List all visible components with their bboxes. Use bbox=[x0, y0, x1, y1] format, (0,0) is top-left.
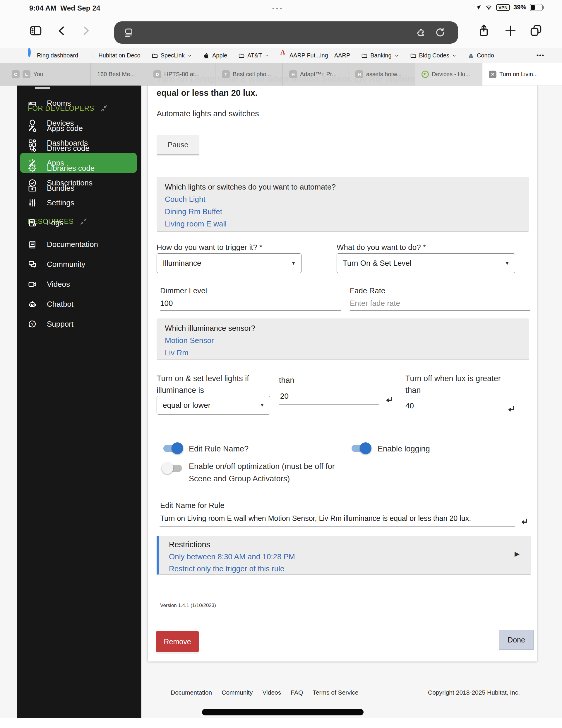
bookmark-aarp-fut-ing-aarp[interactable]: AAARP Fut...ing – AARP bbox=[281, 52, 350, 59]
tab-label: You bbox=[33, 71, 43, 78]
tab-160-best-me[interactable]: 160 Best Me... bbox=[91, 63, 147, 86]
restrictions-box[interactable]: Restrictions Only between 8:30 AM and 10… bbox=[157, 536, 531, 575]
tab-hpts-80-at[interactable]: DHPTS-80 at... bbox=[147, 63, 216, 86]
bookmark-bldg-codes[interactable]: Bldg Codes bbox=[410, 52, 457, 59]
condo-icon bbox=[468, 52, 474, 59]
bookmark-label: Banking bbox=[370, 52, 391, 59]
sidebar-item-chatbot[interactable]: Chatbot bbox=[17, 294, 141, 314]
optimization-toggle[interactable] bbox=[161, 463, 184, 473]
pause-button[interactable]: Pause bbox=[157, 135, 199, 155]
optimization-toggle-label-line2: Scene and Group Activators) bbox=[189, 474, 290, 483]
new-tab-plus-icon[interactable] bbox=[504, 24, 517, 37]
extensions-puzzle-icon[interactable] bbox=[415, 27, 426, 38]
tab-you[interactable]: CLYou bbox=[0, 63, 91, 86]
tab-best-cell-pho[interactable]: TBest cell pho... bbox=[216, 63, 283, 86]
restriction-link-only-between-8-30-am-and-10-28[interactable]: Only between 8:30 AM and 10:28 PM bbox=[169, 552, 522, 561]
sidebar-item-rooms[interactable]: Rooms bbox=[17, 93, 141, 113]
tab-letter-badge: C bbox=[12, 70, 20, 78]
sidebar-toggle-icon[interactable] bbox=[29, 24, 42, 37]
forward-button-icon[interactable] bbox=[80, 25, 91, 37]
device-link-couch-light[interactable]: Couch Light bbox=[165, 195, 521, 204]
tab-letter-badge: D bbox=[153, 70, 161, 78]
chevron-down-icon bbox=[187, 53, 192, 58]
close-icon[interactable]: ✕ bbox=[489, 71, 496, 78]
log-icon: i bbox=[28, 218, 37, 227]
bookmark-speclink[interactable]: SpecLink bbox=[152, 52, 192, 59]
back-button-icon[interactable] bbox=[56, 25, 68, 37]
enable-logging-toggle[interactable] bbox=[349, 443, 372, 453]
sidebar: RoomsDevicesDashboardsAppsSubscriptionsS… bbox=[17, 86, 141, 718]
expand-arrow-icon[interactable]: ▶ bbox=[515, 550, 520, 558]
bookmark-label: Condo bbox=[477, 52, 494, 59]
ring-icon bbox=[28, 52, 34, 59]
robot-icon bbox=[28, 300, 37, 309]
footer-link-community[interactable]: Community bbox=[222, 689, 253, 696]
off-label-line2: than bbox=[405, 386, 421, 395]
page-format-icon[interactable] bbox=[124, 27, 134, 38]
battery-percent: 39% bbox=[513, 4, 526, 11]
sidebar-item-libraries-code[interactable]: </>Libraries code bbox=[17, 158, 141, 178]
tab-letter-badge: L bbox=[23, 70, 30, 78]
sidebar-item-community[interactable]: Community bbox=[17, 254, 141, 274]
bookmark-label: Apple bbox=[212, 52, 227, 59]
chevron-down-icon: ▼ bbox=[291, 260, 296, 266]
device-link-liv-rm[interactable]: Liv Rm bbox=[165, 348, 521, 357]
svg-text:i: i bbox=[34, 224, 35, 226]
sidebar-item-drivers-code[interactable]: Drivers code bbox=[17, 138, 141, 158]
tab-overview-icon[interactable] bbox=[529, 24, 543, 37]
sidebar-item-documentation[interactable]: Documentation bbox=[17, 234, 141, 254]
share-icon[interactable] bbox=[477, 23, 491, 38]
device-link-motion-sensor[interactable]: Motion Sensor bbox=[165, 336, 521, 345]
bookmarks-overflow-button[interactable]: ••• bbox=[537, 52, 544, 59]
reload-icon[interactable] bbox=[435, 27, 445, 38]
tab-assets-hotw[interactable]: Hassets.hotw... bbox=[349, 63, 415, 86]
remove-button[interactable]: Remove bbox=[156, 631, 199, 652]
edit-rule-name-toggle[interactable] bbox=[161, 443, 184, 453]
tab-devices-hu[interactable]: Devices - Hu... bbox=[415, 63, 482, 86]
folder-icon bbox=[238, 52, 245, 59]
sidebar-item-logs[interactable]: iLogs bbox=[17, 213, 141, 233]
device-link-living-room-e-wall[interactable]: Living room E wall bbox=[165, 219, 521, 229]
status-indicators: VPN 39% bbox=[475, 4, 543, 11]
restriction-link-restrict-only-the-trigger-of-t[interactable]: Restrict only the trigger of this rule bbox=[169, 564, 522, 573]
sensor-selection-box[interactable]: Which illuminance sensor? Motion SensorL… bbox=[157, 318, 529, 360]
bookmark-ring-dashboard[interactable]: Ring dashboard bbox=[28, 52, 78, 59]
footer-link-faq[interactable]: FAQ bbox=[290, 689, 303, 696]
rule-title-line2: equal or less than 20 lux. bbox=[157, 88, 258, 98]
sidebar-item-bundles[interactable]: Bundles bbox=[17, 178, 141, 198]
sidebar-item-support[interactable]: ?Support bbox=[17, 314, 141, 334]
footer-link-documentation[interactable]: Documentation bbox=[171, 689, 212, 696]
action-select[interactable]: Turn On & Set Level ▼ bbox=[336, 253, 515, 273]
bookmark-banking[interactable]: Banking bbox=[361, 52, 399, 59]
bookmark-apple[interactable]: Apple bbox=[203, 52, 227, 59]
rule-name-underline bbox=[160, 516, 515, 527]
trigger-select[interactable]: Illuminance ▼ bbox=[157, 253, 301, 273]
bookmark-at-t[interactable]: AT&T bbox=[238, 52, 269, 59]
folder-icon bbox=[410, 52, 416, 59]
address-bar[interactable] bbox=[114, 21, 458, 44]
comparator-select[interactable]: equal or lower ▼ bbox=[157, 396, 270, 415]
lights-selection-box[interactable]: Which lights or switches do you want to … bbox=[157, 177, 529, 232]
restrictions-title: Restrictions bbox=[169, 540, 522, 549]
clipped-sidebar-item bbox=[35, 87, 50, 89]
footer-link-terms-of-service[interactable]: Terms of Service bbox=[312, 689, 358, 696]
done-button[interactable]: Done bbox=[499, 630, 534, 650]
window-handle-dots[interactable]: ••• bbox=[272, 5, 283, 12]
tab-turn-on-livin[interactable]: ✕Turn on Livin... bbox=[482, 63, 562, 86]
tab-label: Turn on Livin... bbox=[499, 71, 538, 78]
bookmark-hubitat-on-deco[interactable]: Hubitat on Deco bbox=[89, 52, 140, 59]
tab-label: assets.hotw... bbox=[366, 71, 402, 78]
threshold-label-line2: illuminance is bbox=[157, 386, 204, 395]
tab-label: Devices - Hu... bbox=[432, 71, 470, 78]
home-indicator[interactable] bbox=[202, 709, 363, 715]
footer-link-videos[interactable]: Videos bbox=[262, 689, 281, 696]
sidebar-item-videos[interactable]: Videos bbox=[17, 274, 141, 294]
device-link-dining-rm-buffet[interactable]: Dining Rm Buffet bbox=[165, 207, 521, 216]
tab-adapt-pr[interactable]: HAdapt™+ Pr... bbox=[283, 63, 349, 86]
bookmark-label: Bldg Codes bbox=[419, 52, 449, 59]
bookmark-label: Hubitat on Deco bbox=[98, 52, 140, 59]
bookmark-condo[interactable]: Condo bbox=[468, 52, 494, 59]
than-label: than bbox=[279, 376, 294, 385]
sidebar-item-apps-code[interactable]: Apps code bbox=[17, 118, 141, 138]
wand-gear-icon bbox=[28, 124, 37, 133]
